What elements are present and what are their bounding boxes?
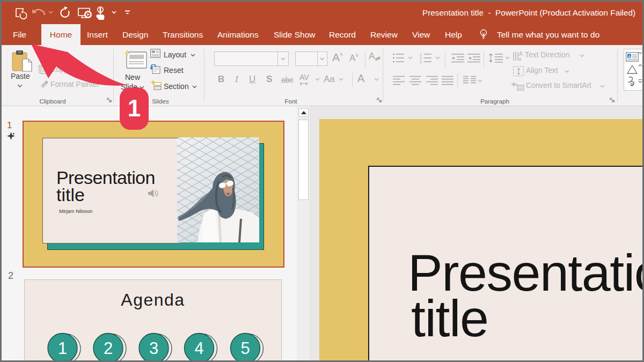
- svg-text:2: 2: [104, 339, 113, 358]
- svg-text:1: 1: [58, 339, 67, 358]
- svg-text:1: 1: [420, 53, 422, 56]
- svg-text:A: A: [628, 54, 631, 59]
- svg-text:3: 3: [149, 339, 158, 358]
- svg-text:3: 3: [420, 60, 422, 63]
- svg-text:5: 5: [240, 339, 250, 358]
- svg-text:A: A: [519, 51, 523, 57]
- svg-text:2: 2: [420, 56, 422, 60]
- svg-text:4: 4: [194, 339, 203, 358]
